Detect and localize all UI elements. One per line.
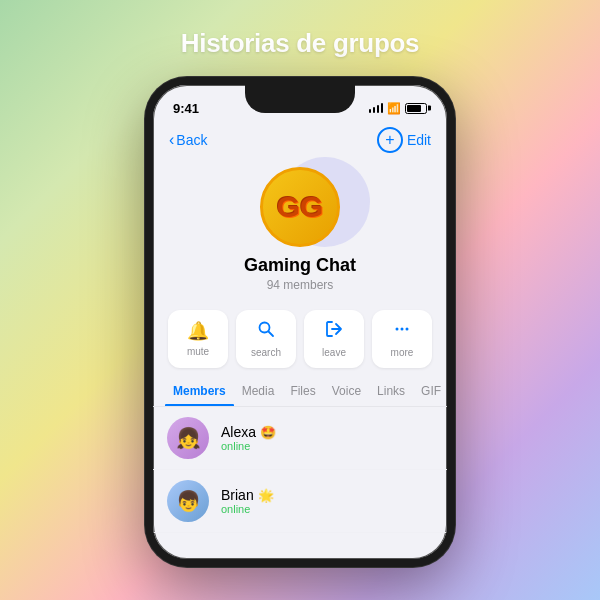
search-label: search — [251, 347, 281, 358]
status-time: 9:41 — [173, 101, 199, 116]
status-icons: 📶 — [369, 102, 428, 115]
leave-icon — [325, 320, 343, 343]
notch — [245, 85, 355, 113]
tab-media[interactable]: Media — [234, 376, 283, 406]
action-buttons: 🔔 mute search leave — [153, 302, 447, 376]
back-button[interactable]: ‹ Back — [169, 131, 207, 149]
avatar: 👧 — [167, 417, 209, 459]
profile-section: GG Gaming Chat 94 members — [153, 161, 447, 302]
mute-label: mute — [187, 346, 209, 357]
mute-button[interactable]: 🔔 mute — [168, 310, 228, 368]
group-avatar[interactable]: GG — [260, 167, 340, 247]
mute-icon: 🔔 — [187, 320, 209, 342]
edit-button[interactable]: + Edit — [377, 127, 431, 153]
more-icon — [393, 320, 411, 343]
alexa-avatar: 👧 — [167, 417, 209, 459]
tab-members[interactable]: Members — [165, 376, 234, 406]
list-item[interactable]: 👧 Alexa 🤩 online — [153, 407, 447, 470]
nav-bar: ‹ Back + Edit — [153, 123, 447, 161]
search-button[interactable]: search — [236, 310, 296, 368]
add-story-icon: + — [377, 127, 403, 153]
page-title: Historias de grupos — [181, 28, 419, 59]
svg-line-1 — [269, 332, 274, 337]
battery-icon — [405, 103, 427, 114]
brian-avatar: 👦 — [167, 480, 209, 522]
list-item[interactable]: 👦 Brian 🌟 online — [153, 470, 447, 533]
member-name: Alexa 🤩 — [221, 424, 276, 440]
tab-links[interactable]: Links — [369, 376, 413, 406]
svg-point-3 — [401, 328, 404, 331]
svg-point-2 — [396, 328, 399, 331]
group-name: Gaming Chat — [244, 255, 356, 276]
signal-icon — [369, 103, 384, 113]
member-info: Alexa 🤩 online — [221, 424, 276, 452]
leave-button[interactable]: leave — [304, 310, 364, 368]
more-label: more — [391, 347, 414, 358]
member-info: Brian 🌟 online — [221, 487, 274, 515]
back-chevron-icon: ‹ — [169, 131, 174, 149]
tabs-bar: Members Media Files Voice Links GIF — [153, 376, 447, 407]
search-icon — [257, 320, 275, 343]
tab-files[interactable]: Files — [282, 376, 323, 406]
member-name: Brian 🌟 — [221, 487, 274, 503]
tab-voice[interactable]: Voice — [324, 376, 369, 406]
phone-frame: 9:41 📶 ‹ Back + Edit GG Gaming Chat 94 m… — [145, 77, 455, 567]
member-count: 94 members — [267, 278, 334, 292]
edit-label: Edit — [407, 132, 431, 148]
avatar: 👦 — [167, 480, 209, 522]
leave-label: leave — [322, 347, 346, 358]
svg-point-4 — [406, 328, 409, 331]
member-status: online — [221, 440, 276, 452]
members-list: 👧 Alexa 🤩 online 👦 Brian 🌟 online — [153, 407, 447, 533]
member-status: online — [221, 503, 274, 515]
wifi-icon: 📶 — [387, 102, 401, 115]
tab-gif[interactable]: GIF — [413, 376, 447, 406]
more-button[interactable]: more — [372, 310, 432, 368]
avatar-container: GG — [260, 167, 340, 247]
back-label: Back — [176, 132, 207, 148]
